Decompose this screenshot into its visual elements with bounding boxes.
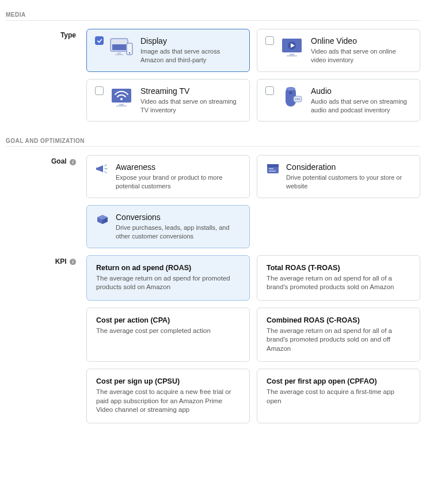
- goal-title-consideration: Consideration: [286, 162, 412, 172]
- svg-rect-3: [115, 54, 123, 55]
- svg-rect-12: [119, 104, 124, 105]
- svg-rect-21: [96, 168, 98, 170]
- checkbox-video[interactable]: [265, 36, 274, 45]
- goal-card-awareness[interactable]: Awareness Expose your brand or product t…: [86, 155, 250, 198]
- svg-rect-13: [116, 105, 127, 107]
- media-card-streaming[interactable]: Streaming TV Video ads that serve on str…: [86, 79, 250, 122]
- streaming-icon: [109, 86, 135, 108]
- checkbox-display[interactable]: [95, 36, 104, 45]
- kpi-title-roas: Return on ad spend (ROAS): [96, 264, 240, 272]
- media-desc-display: Image ads that serve across Amazon and t…: [140, 47, 241, 65]
- display-icon: [109, 36, 135, 58]
- checkbox-streaming[interactable]: [95, 86, 104, 95]
- goal-card-consideration[interactable]: Consideration Drive potential customers …: [257, 155, 420, 198]
- label-kpi-text: KPI: [55, 257, 67, 266]
- goal-desc-conversions: Drive purchases, leads, app installs, an…: [116, 223, 241, 241]
- kpi-desc-cpa: The average cost per completed action: [96, 327, 240, 336]
- kpi-title-cpa: Cost per action (CPA): [96, 316, 240, 324]
- media-title-video: Online Video: [311, 36, 412, 46]
- kpi-card-cpa[interactable]: Cost per action (CPA) The average cost p…: [86, 308, 250, 362]
- box-icon: [95, 213, 110, 225]
- media-desc-audio: Audio ads that serve on streaming audio …: [311, 97, 412, 115]
- kpi-desc-cpsu: The average cost to acquire a new free t…: [96, 388, 240, 415]
- kpi-desc-roas: The average return on ad spend for promo…: [96, 274, 240, 292]
- label-type: Type: [6, 29, 86, 122]
- goal-desc-awareness: Expose your brand or product to more pot…: [116, 173, 241, 191]
- goal-title-awareness: Awareness: [116, 162, 241, 172]
- label-kpi: KPI i: [6, 255, 86, 423]
- svg-point-20: [299, 98, 300, 100]
- svg-rect-2: [117, 52, 121, 54]
- goal-desc-consideration: Drive potential customers to your store …: [286, 173, 412, 191]
- media-title-display: Display: [140, 36, 241, 46]
- media-card-display[interactable]: Display Image ads that serve across Amaz…: [86, 29, 250, 72]
- svg-rect-24: [269, 168, 273, 169]
- media-desc-streaming: Video ads that serve on streaming TV inv…: [140, 97, 241, 115]
- kpi-desc-cpfao: The average cost to acquire a first-time…: [267, 388, 410, 406]
- kpi-card-cpfao[interactable]: Cost per first app open (CPFAO) The aver…: [257, 369, 420, 423]
- svg-point-18: [295, 98, 296, 100]
- svg-point-15: [286, 87, 295, 90]
- video-icon: [280, 36, 305, 58]
- checkbox-audio[interactable]: [265, 86, 274, 95]
- media-title-streaming: Streaming TV: [140, 86, 241, 96]
- kpi-title-croas: Combined ROAS (C-ROAS): [267, 316, 410, 324]
- goal-title-conversions: Conversions: [116, 213, 241, 222]
- label-goal-text: Goal: [51, 157, 67, 165]
- audio-icon: [280, 86, 305, 108]
- media-desc-video: Video ads that serve on online video inv…: [311, 47, 412, 65]
- svg-rect-23: [267, 164, 279, 167]
- kpi-title-cpfao: Cost per first app open (CPFAO): [267, 377, 410, 385]
- kpi-card-cpsu[interactable]: Cost per sign up (CPSU) The average cost…: [86, 369, 250, 423]
- info-icon[interactable]: i: [70, 259, 76, 265]
- website-icon: [265, 162, 280, 175]
- kpi-card-croas[interactable]: Combined ROAS (C-ROAS) The average retur…: [257, 308, 420, 362]
- svg-rect-8: [290, 54, 294, 55]
- kpi-title-troas: Total ROAS (T-ROAS): [267, 264, 410, 272]
- section-header-goal: GOAL AND OPTIMIZATION: [6, 138, 420, 147]
- svg-point-16: [289, 91, 292, 94]
- svg-rect-1: [112, 44, 126, 50]
- media-card-video[interactable]: Online Video Video ads that serve on onl…: [257, 29, 420, 72]
- kpi-card-troas[interactable]: Total ROAS (T-ROAS) The average return o…: [257, 255, 420, 301]
- svg-point-5: [129, 52, 130, 54]
- svg-rect-25: [269, 170, 276, 172]
- media-title-audio: Audio: [311, 86, 412, 96]
- kpi-desc-croas: The average return on ad spend for all o…: [267, 327, 410, 354]
- info-icon[interactable]: i: [70, 159, 76, 165]
- section-header-media: MEDIA: [6, 12, 420, 21]
- svg-rect-10: [112, 89, 131, 103]
- svg-point-19: [297, 98, 298, 100]
- kpi-desc-troas: The average return on ad spend for all o…: [267, 274, 410, 292]
- goal-card-conversions[interactable]: Conversions Drive purchases, leads, app …: [86, 205, 250, 248]
- svg-point-11: [120, 98, 123, 100]
- media-card-audio[interactable]: Audio Audio ads that serve on streaming …: [257, 79, 420, 122]
- label-goal: Goal i: [6, 155, 86, 248]
- svg-rect-9: [287, 55, 297, 56]
- megaphone-icon: [95, 162, 110, 175]
- kpi-card-roas[interactable]: Return on ad spend (ROAS) The average re…: [86, 255, 250, 301]
- kpi-title-cpsu: Cost per sign up (CPSU): [96, 377, 240, 385]
